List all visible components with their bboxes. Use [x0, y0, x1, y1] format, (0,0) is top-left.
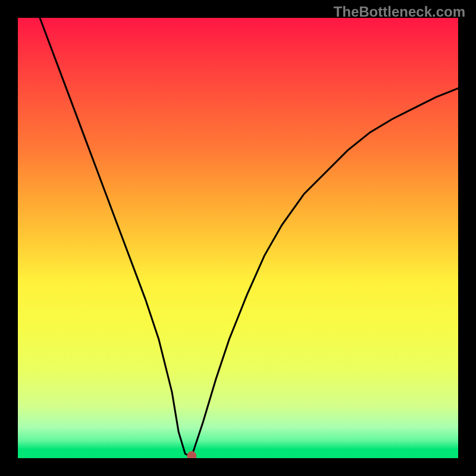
bottleneck-curve: [40, 18, 458, 456]
chart-plot-area: [18, 18, 458, 458]
minimum-marker: [187, 451, 196, 458]
watermark-text: TheBottleneck.com: [334, 4, 465, 20]
curve-svg: [18, 18, 458, 458]
